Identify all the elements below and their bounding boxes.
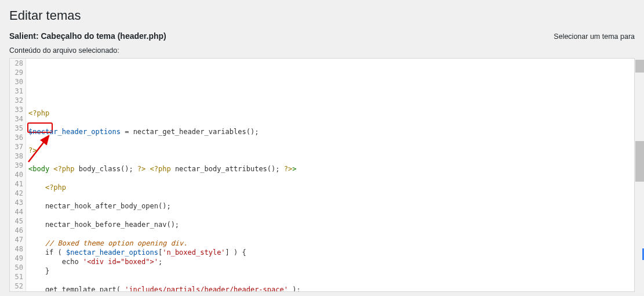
page-title: Editar temas [9, 8, 635, 23]
scrollbar-thumb[interactable] [635, 60, 644, 73]
theme-file-heading: Salient: Cabeçalho do tema (header.php) [9, 31, 166, 41]
scrollbar-thumb[interactable] [635, 141, 644, 182]
select-theme-label: Selecionar um tema para [554, 33, 635, 41]
file-content-label: Conteúdo do arquivo selecionado: [9, 46, 635, 55]
code-content[interactable]: <?php$nectar_header_options = nectar_get… [26, 59, 634, 291]
code-editor[interactable]: 2829303132333435363738394041424344454647… [9, 58, 635, 292]
line-gutter: 2829303132333435363738394041424344454647… [10, 59, 26, 291]
